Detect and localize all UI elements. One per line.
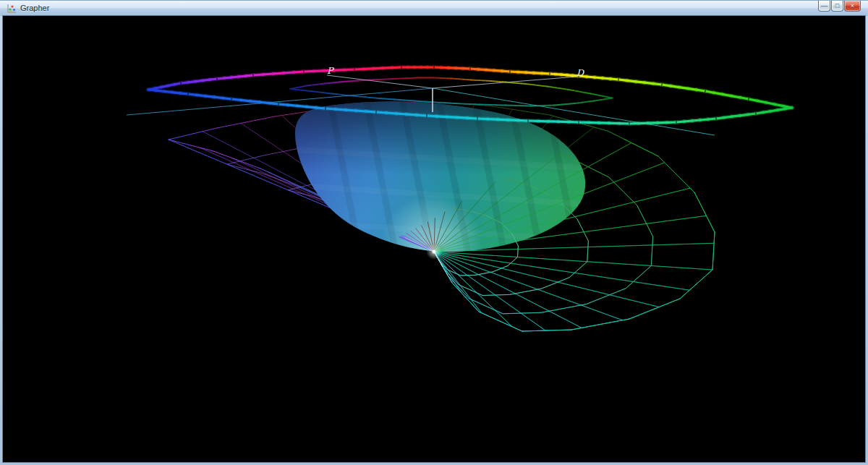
minimize-button[interactable]: —	[818, 1, 830, 12]
window-controls: — □ ×	[818, 1, 861, 12]
title-bar[interactable]: Grapher — □ ×	[0, 1, 868, 16]
window-title: Grapher	[20, 1, 49, 16]
close-button[interactable]: ×	[844, 1, 861, 12]
plot-canvas[interactable]: PD	[3, 16, 865, 462]
app-window: Grapher — □ × PD	[0, 0, 868, 465]
grapher-app-icon	[7, 4, 17, 14]
label-D: D	[576, 67, 584, 78]
white-point-marker	[426, 244, 442, 260]
inner-locus-curve	[291, 78, 613, 106]
graph-3d-view: PD	[3, 16, 865, 463]
maximize-button[interactable]: □	[831, 1, 843, 12]
